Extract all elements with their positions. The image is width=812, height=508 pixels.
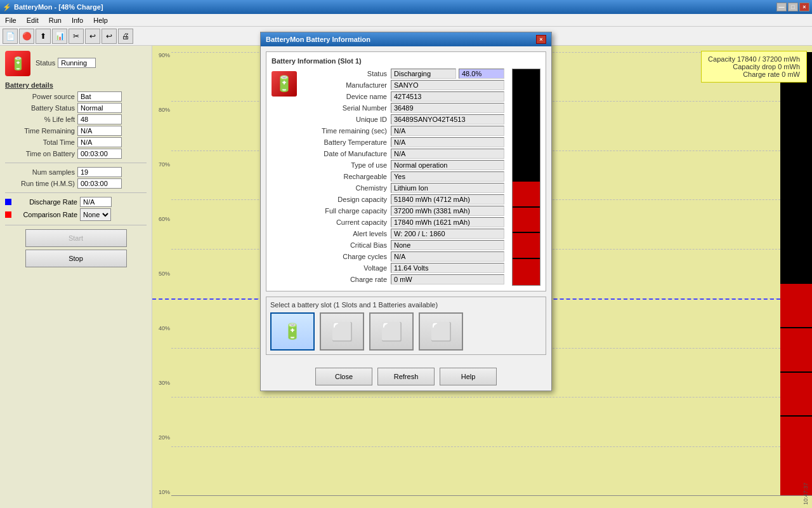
field-label-serial: Serial Number <box>302 104 391 112</box>
field-value-rechargeable: Yes <box>391 171 504 182</box>
field-label-charge-cycles: Charge cycles <box>302 253 391 260</box>
field-row-device-name: Device name 42T4513 <box>302 91 504 102</box>
modal-actions: Close Refresh Help <box>261 365 551 391</box>
field-label-device-name: Device name <box>302 93 391 100</box>
field-row-rechargeable: Rechargeable Yes <box>302 171 504 182</box>
field-row-voltage: Voltage 11.64 Volts <box>302 263 504 273</box>
field-value-charge-rate: 0 mW <box>391 274 504 284</box>
field-row-current-capacity: Current capacity 17840 mWh (1621 mAh) <box>302 217 504 227</box>
field-row-date-manufacture: Date of Manufacture N/A <box>302 149 504 159</box>
field-value-manufacturer: SANYO <box>391 80 504 90</box>
slot-button-4[interactable]: ⬜ <box>419 312 463 351</box>
field-label-battery-temp: Battery Temperature <box>302 138 391 146</box>
field-label-chemistry: Chemistry <box>302 184 391 192</box>
field-label-type-of-use: Type of use <box>302 161 391 169</box>
modal-title-bar: BatteryMon Battery Information × <box>261 32 551 46</box>
slot-button-2[interactable]: ⬜ <box>320 312 364 351</box>
field-label-current-capacity: Current capacity <box>302 218 391 226</box>
field-label-date-manufacture: Date of Manufacture <box>302 150 391 157</box>
field-row-status: Status Discharging 48.0% <box>302 69 504 79</box>
modal-fields: Status Discharging 48.0% Manufacturer SA… <box>302 69 504 286</box>
field-label-design-capacity: Design capacity <box>302 196 391 203</box>
slot-2-icon: ⬜ <box>331 321 353 342</box>
field-row-serial: Serial Number 36489 <box>302 103 504 113</box>
slot-1-icon: 🔋 <box>283 323 302 340</box>
battery-info-modal: BatteryMon Battery Information × Battery… <box>260 32 552 391</box>
field-value-status-pct: 48.0% <box>459 69 504 79</box>
help-button[interactable]: Help <box>440 368 497 385</box>
field-label-full-charge: Full charge capacity <box>302 207 391 215</box>
field-row-critical-bias: Critical Bias None <box>302 240 504 250</box>
field-value-full-charge: 37200 mWh (3381 mAh) <box>391 206 504 216</box>
field-label-voltage: Voltage <box>302 264 391 272</box>
field-label-status: Status <box>302 70 391 77</box>
field-label-unique-id: Unique ID <box>302 116 391 123</box>
field-label-time-remaining: Time remaining (sec) <box>302 127 391 135</box>
field-value-time-remaining: N/A <box>391 126 504 136</box>
field-value-status: Discharging <box>391 69 456 79</box>
field-value-chemistry: Lithium Ion <box>391 183 504 193</box>
battery-info-group-title: Battery Information (Slot 1) <box>272 57 540 65</box>
modal-title: BatteryMon Battery Information <box>266 36 370 43</box>
field-label-alert-levels: Alert levels <box>302 230 391 237</box>
close-button[interactable]: Close <box>315 368 372 385</box>
field-value-design-capacity: 51840 mWh (4712 mAh) <box>391 194 504 204</box>
field-row-charge-rate: Charge rate 0 mW <box>302 274 504 284</box>
field-label-manufacturer: Manufacturer <box>302 81 391 89</box>
field-value-alert-levels: W: 200 / L: 1860 <box>391 229 504 239</box>
field-row-alert-levels: Alert levels W: 200 / L: 1860 <box>302 229 504 239</box>
field-value-type-of-use: Normal operation <box>391 160 504 170</box>
slot-group-title: Select a battery slot (1 Slots and 1 Bat… <box>270 301 542 309</box>
modal-overlay: BatteryMon Battery Information × Battery… <box>0 0 812 508</box>
field-row-design-capacity: Design capacity 51840 mWh (4712 mAh) <box>302 194 504 204</box>
field-label-critical-bias: Critical Bias <box>302 241 391 249</box>
field-row-chemistry: Chemistry Lithium Ion <box>302 183 504 193</box>
field-label-charge-rate: Charge rate <box>302 276 391 283</box>
field-value-battery-temp: N/A <box>391 137 504 147</box>
field-row-battery-temp: Battery Temperature N/A <box>302 137 504 147</box>
field-value-date-manufacture: N/A <box>391 149 504 159</box>
slot-button-1[interactable]: 🔋 <box>270 312 315 351</box>
modal-close-icon[interactable]: × <box>536 35 546 44</box>
modal-battery-icon: 🔋 <box>272 71 297 97</box>
slot-button-3[interactable]: ⬜ <box>369 312 414 351</box>
field-row-manufacturer: Manufacturer SANYO <box>302 80 504 90</box>
slot-buttons: 🔋 ⬜ ⬜ ⬜ <box>270 312 542 351</box>
field-label-rechargeable: Rechargeable <box>302 173 391 180</box>
field-value-critical-bias: None <box>391 240 504 250</box>
modal-body: Battery Information (Slot 1) 🔋 Status Di… <box>261 46 551 365</box>
field-row-time-remaining: Time remaining (sec) N/A <box>302 126 504 136</box>
refresh-button[interactable]: Refresh <box>377 368 435 385</box>
field-row-full-charge: Full charge capacity 37200 mWh (3381 mAh… <box>302 206 504 216</box>
slot-4-icon: ⬜ <box>430 321 452 342</box>
field-row-unique-id: Unique ID 36489SANYO42T4513 <box>302 114 504 124</box>
slot-3-icon: ⬜ <box>381 321 403 342</box>
field-row-charge-cycles: Charge cycles N/A <box>302 251 504 262</box>
modal-charge-bar <box>512 69 540 286</box>
slot-group: Select a battery slot (1 Slots and 1 Bat… <box>266 297 546 355</box>
battery-info-group: Battery Information (Slot 1) 🔋 Status Di… <box>266 51 546 291</box>
field-value-voltage: 11.64 Volts <box>391 263 504 273</box>
field-value-unique-id: 36489SANYO42T4513 <box>391 114 504 124</box>
field-value-device-name: 42T4513 <box>391 91 504 102</box>
modal-content: 🔋 Status Discharging 48.0% Manufacturer … <box>272 69 540 286</box>
field-value-charge-cycles: N/A <box>391 251 504 262</box>
field-value-serial: 36489 <box>391 103 504 113</box>
field-value-current-capacity: 17840 mWh (1621 mAh) <box>391 217 504 227</box>
field-row-type-of-use: Type of use Normal operation <box>302 160 504 170</box>
